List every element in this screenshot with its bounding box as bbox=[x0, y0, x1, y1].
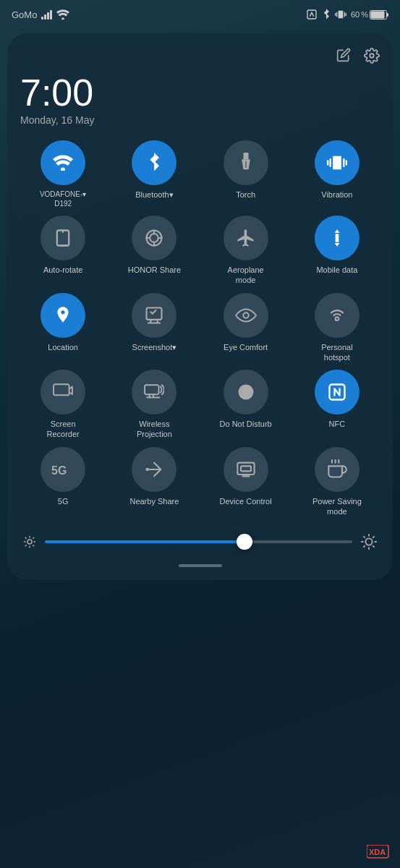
location-label: Location bbox=[48, 342, 78, 352]
svg-rect-1 bbox=[307, 10, 316, 19]
torch-icon bbox=[224, 140, 268, 185]
device-control-label: Device Control bbox=[220, 496, 272, 506]
edit-button[interactable] bbox=[336, 48, 351, 64]
vibration-label: Vibration bbox=[321, 190, 352, 200]
svg-point-19 bbox=[146, 467, 150, 471]
tile-honor-share[interactable]: HONOR Share bbox=[111, 216, 197, 286]
honor-share-icon bbox=[132, 216, 176, 260]
tile-screenshot[interactable]: Screenshot▾ bbox=[111, 293, 197, 363]
svg-rect-3 bbox=[371, 11, 385, 18]
location-icon bbox=[41, 293, 85, 338]
tile-eye-comfort[interactable]: Eye Comfort bbox=[203, 293, 289, 363]
tile-screen-recorder[interactable]: ScreenRecorder bbox=[20, 370, 106, 440]
mobile-data-icon bbox=[315, 216, 359, 260]
svg-point-4 bbox=[370, 54, 374, 58]
tile-device-control[interactable]: Device Control bbox=[203, 447, 289, 517]
5g-icon: 5G bbox=[41, 447, 85, 492]
battery-percent: 60 bbox=[351, 10, 359, 19]
eye-comfort-label: Eye Comfort bbox=[224, 342, 268, 352]
brightness-low-icon bbox=[23, 535, 36, 548]
power-saving-icon bbox=[315, 447, 359, 492]
svg-point-13 bbox=[243, 312, 249, 318]
tiles-grid: VODAFONE-▾D192 Bluetooth▾ Torch bbox=[20, 140, 380, 516]
clock-section: 7:00 Monday, 16 May bbox=[20, 74, 380, 126]
tile-mobile-data[interactable]: Mobile data bbox=[294, 216, 380, 286]
carrier-info: GoMo bbox=[12, 9, 69, 20]
eye-comfort-icon bbox=[224, 293, 268, 338]
carrier-name: GoMo bbox=[12, 9, 37, 20]
auto-rotate-icon bbox=[41, 216, 85, 260]
svg-rect-21 bbox=[241, 466, 251, 471]
tile-do-not-disturb[interactable]: Do Not Disturb bbox=[203, 370, 289, 440]
svg-rect-20 bbox=[237, 462, 254, 474]
svg-point-14 bbox=[336, 317, 339, 320]
brightness-row bbox=[20, 529, 380, 554]
aeroplane-icon bbox=[224, 216, 268, 260]
nfc-label: NFC bbox=[329, 419, 346, 429]
screenshot-label: Screenshot▾ bbox=[132, 342, 177, 352]
honor-share-label: HONOR Share bbox=[128, 265, 181, 275]
svg-rect-12 bbox=[147, 307, 162, 319]
signal-icon bbox=[41, 9, 52, 20]
torch-label: Torch bbox=[236, 190, 255, 200]
clock-date: Monday, 16 May bbox=[20, 114, 380, 126]
tile-power-saving[interactable]: Power Savingmode bbox=[294, 447, 380, 517]
clock-time: 7:00 bbox=[20, 74, 380, 111]
xda-watermark: XDA bbox=[367, 845, 390, 859]
svg-text:XDA: XDA bbox=[369, 848, 386, 856]
aeroplane-label: Aeroplanemode bbox=[228, 265, 264, 286]
home-indicator[interactable] bbox=[20, 564, 380, 567]
personal-hotspot-icon bbox=[315, 293, 359, 338]
screen-recorder-label: ScreenRecorder bbox=[47, 419, 80, 440]
nearby-share-icon bbox=[132, 447, 176, 492]
tile-auto-rotate[interactable]: Auto-rotate bbox=[20, 216, 106, 286]
auto-rotate-label: Auto-rotate bbox=[43, 265, 82, 275]
quick-panel: 7:00 Monday, 16 May VODAFONE-▾D192 Blue bbox=[7, 33, 393, 580]
do-not-disturb-label: Do Not Disturb bbox=[220, 419, 272, 429]
5g-label: 5G bbox=[58, 496, 69, 506]
screenshot-icon bbox=[132, 293, 176, 338]
tile-location[interactable]: Location bbox=[20, 293, 106, 363]
tile-5g[interactable]: 5G 5G bbox=[20, 447, 106, 517]
settings-button[interactable] bbox=[364, 48, 380, 64]
svg-point-9 bbox=[150, 234, 159, 242]
nearby-share-label: Nearby Share bbox=[129, 496, 179, 506]
nfc-tile-icon bbox=[315, 370, 359, 414]
bluetooth-label: Bluetooth▾ bbox=[135, 190, 173, 200]
screen-recorder-icon bbox=[41, 370, 85, 414]
power-saving-label: Power Savingmode bbox=[312, 496, 362, 517]
tile-wifi[interactable]: VODAFONE-▾D192 bbox=[20, 140, 106, 208]
wifi-status-icon bbox=[56, 9, 69, 20]
svg-text:5G: 5G bbox=[51, 464, 67, 477]
status-bar: GoMo 60% bbox=[0, 0, 400, 29]
svg-rect-15 bbox=[54, 384, 69, 395]
home-bar bbox=[179, 564, 222, 567]
wireless-projection-icon bbox=[132, 370, 176, 414]
wifi-icon bbox=[41, 140, 85, 185]
svg-rect-6 bbox=[243, 153, 248, 159]
brightness-slider[interactable] bbox=[45, 540, 352, 543]
tile-torch[interactable]: Torch bbox=[203, 140, 289, 208]
tile-aeroplane[interactable]: Aeroplanemode bbox=[203, 216, 289, 286]
tile-personal-hotspot[interactable]: Personalhotspot bbox=[294, 293, 380, 363]
tile-wireless-projection[interactable]: WirelessProjection bbox=[111, 370, 197, 440]
do-not-disturb-icon bbox=[224, 370, 268, 414]
status-right-icons: 60% bbox=[306, 9, 388, 20]
tile-nfc[interactable]: NFC bbox=[294, 370, 380, 440]
nfc-status-icon bbox=[306, 9, 318, 20]
bluetooth-tile-icon bbox=[132, 140, 176, 185]
svg-point-5 bbox=[61, 167, 65, 171]
bluetooth-status-icon bbox=[322, 9, 331, 20]
panel-topbar bbox=[20, 48, 380, 64]
tile-nearby-share[interactable]: Nearby Share bbox=[111, 447, 197, 517]
mobile-data-label: Mobile data bbox=[316, 265, 357, 275]
brightness-thumb[interactable] bbox=[237, 534, 252, 550]
tile-vibration[interactable]: Vibration bbox=[294, 140, 380, 208]
vibrate-status-icon bbox=[335, 9, 346, 20]
svg-rect-16 bbox=[145, 385, 158, 394]
tile-bluetooth[interactable]: Bluetooth▾ bbox=[111, 140, 197, 208]
svg-point-0 bbox=[62, 17, 65, 20]
battery-icon: 60% bbox=[351, 10, 388, 20]
personal-hotspot-label: Personalhotspot bbox=[321, 342, 352, 363]
device-control-icon bbox=[224, 447, 268, 492]
